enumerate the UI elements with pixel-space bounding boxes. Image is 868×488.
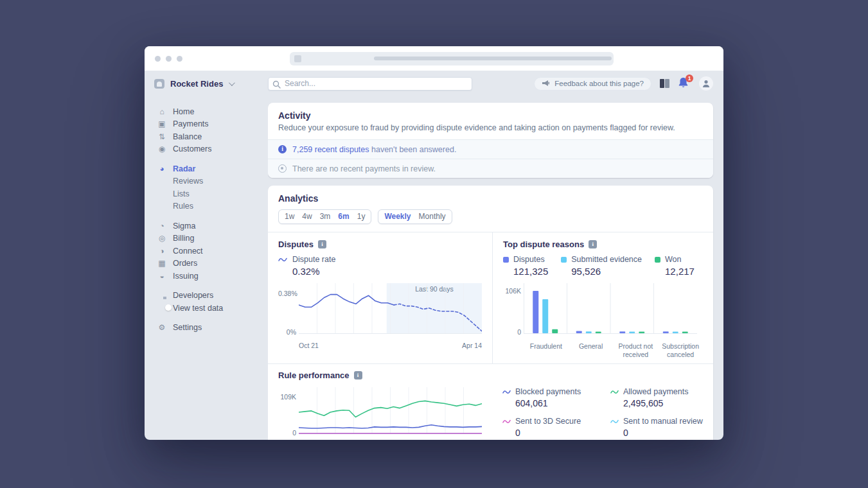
line-legend-icon <box>502 419 511 424</box>
dispute-reasons-chart: 106K 0 FraudulentGeneralProduct not rece… <box>503 283 703 358</box>
line-legend-icon <box>610 419 619 424</box>
toggle-off-icon <box>157 304 173 312</box>
info-icon[interactable]: i <box>354 371 362 379</box>
dispute-rate-label: Dispute rate <box>292 255 335 264</box>
customers-icon: ◉ <box>157 145 166 153</box>
browser-window: Rocket Rides Feedback about this <box>145 46 723 440</box>
interval-option-weekly[interactable]: Weekly <box>380 210 414 223</box>
home-icon: ⌂ <box>157 108 166 116</box>
payments-icon: ▣ <box>157 120 166 128</box>
sidebar-item-billing[interactable]: ◎ Billing <box>157 232 268 245</box>
sigma-icon: ◔ <box>157 222 166 230</box>
sidebar-item-radar[interactable]: ◕ Radar <box>157 162 268 175</box>
activity-title: Activity <box>278 110 703 121</box>
search-input[interactable] <box>268 77 472 91</box>
info-icon[interactable]: i <box>318 240 326 248</box>
account-name: Rocket Rides <box>170 79 223 89</box>
connect-icon: ◑ <box>157 247 166 255</box>
sidebar-item-reviews[interactable]: Reviews <box>157 175 268 188</box>
line-legend-icon <box>610 389 619 395</box>
bar-category-label: General <box>569 342 614 358</box>
range-option-1y[interactable]: 1y <box>353 210 369 223</box>
notifications-button[interactable]: 1 <box>678 77 691 90</box>
interval-option-monthly[interactable]: Monthly <box>415 210 450 223</box>
chevron-down-icon <box>229 80 235 86</box>
stat-sent-to-3d-secure: Sent to 3D Secure 0 <box>502 417 610 438</box>
won-swatch <box>655 257 660 263</box>
topbar: Feedback about this page? 1 <box>268 71 723 96</box>
url-placeholder <box>374 57 612 60</box>
date-range-group: 1w 4w 3m 6m 1y <box>278 209 371 224</box>
review-icon <box>278 164 287 173</box>
recent-disputes-link[interactable]: 7,259 recent disputes <box>292 145 369 154</box>
window-maximize-button[interactable] <box>177 56 182 62</box>
sidebar-item-sigma[interactable]: ◔ Sigma <box>157 220 268 232</box>
line-legend-icon <box>502 389 511 395</box>
sidebar-item-lists[interactable]: Lists <box>157 187 268 200</box>
range-option-3m[interactable]: 3m <box>316 210 335 223</box>
radar-icon: ◕ <box>157 165 166 173</box>
disputes-notice-text: haven't been answered. <box>371 145 456 154</box>
legend-disputes: Disputes 121,325 <box>503 255 548 277</box>
sidebar-item-payments[interactable]: ▣ Payments <box>157 118 268 131</box>
sidebar-item-customers[interactable]: ◉ Customers <box>157 143 268 156</box>
reviews-notice-text: There are no recent payments in review. <box>292 164 436 173</box>
sidebar-item-home[interactable]: ⌂ Home <box>157 105 268 118</box>
notification-badge: 1 <box>686 74 693 82</box>
sidebar-item-connect[interactable]: ◑ Connect <box>157 245 268 257</box>
rule-performance-title: Rule performance <box>278 370 350 380</box>
disputes-panel-title: Disputes <box>278 240 314 249</box>
stat-allowed-payments: Allowed payments 2,495,605 <box>610 387 718 408</box>
analytics-title: Analytics <box>278 193 703 204</box>
desktop-background: Rocket Rides Feedback about this <box>0 0 868 488</box>
range-option-1w[interactable]: 1w <box>281 210 298 223</box>
svg-text:Last 90 days: Last 90 days <box>415 285 454 293</box>
reviews-notice-row: There are no recent payments in review. <box>268 159 713 178</box>
main-content: Activity Reduce your exposure to fraud b… <box>268 96 723 440</box>
line-legend-icon <box>278 257 287 263</box>
orders-icon: ▦ <box>157 259 166 267</box>
disputes-swatch <box>503 257 509 263</box>
won-count: 12,217 <box>665 266 695 277</box>
top-dispute-reasons-panel: Top dispute reasons i Disputes 121,325 S… <box>493 232 713 363</box>
analytics-card: Analytics 1w 4w 3m 6m 1y Weekly <box>268 186 713 440</box>
info-icon[interactable]: i <box>589 240 597 248</box>
docs-icon[interactable] <box>660 79 669 88</box>
bar-category-label: Subscription canceled <box>658 342 703 358</box>
rule-performance-panel: Rule performance i 109K 0 Oct 21 Apr 14 <box>268 364 713 440</box>
disputes-notice-row: i 7,259 recent disputes haven't been ans… <box>268 139 713 159</box>
activity-description: Reduce your exposure to fraud by providi… <box>278 123 703 132</box>
rule-performance-chart: 109K 0 Oct 21 Apr 14 <box>278 387 482 440</box>
sidebar-item-orders[interactable]: ▦ Orders <box>157 257 268 270</box>
stat-blocked-payments: Blocked payments 604,061 <box>502 387 610 408</box>
issuing-icon: ◒ <box>157 272 166 280</box>
sidebar-item-settings[interactable]: ⚙ Settings <box>157 322 268 335</box>
account-switcher[interactable]: Rocket Rides <box>145 71 268 96</box>
window-controls <box>155 56 182 62</box>
activity-card: Activity Reduce your exposure to fraud b… <box>268 103 713 178</box>
disputes-panel: Disputes i Dispute rate 0.32% 0.38% 0% <box>268 232 493 363</box>
dispute-rate-value: 0.32% <box>292 266 482 277</box>
billing-icon: ◎ <box>157 234 166 242</box>
sidebar: ⌂ Home ▣ Payments ⇅ Balance ◉ Customers <box>145 96 268 440</box>
sidebar-item-rules[interactable]: Rules <box>157 200 268 213</box>
account-logo-icon <box>154 79 164 89</box>
megaphone-icon <box>542 80 550 88</box>
reasons-panel-title: Top dispute reasons <box>503 240 584 249</box>
sidebar-item-developers[interactable]: Developers <box>157 290 268 302</box>
sidebar-item-balance[interactable]: ⇅ Balance <box>157 130 268 143</box>
sidebar-item-issuing[interactable]: ◒ Issuing <box>157 270 268 283</box>
range-option-6m[interactable]: 6m <box>334 210 353 223</box>
legend-won: Won 12,217 <box>655 255 695 277</box>
feedback-button[interactable]: Feedback about this page? <box>534 77 651 91</box>
search-icon <box>272 80 281 91</box>
dispute-reasons-bar-chart <box>524 283 697 338</box>
evidence-swatch <box>561 257 567 263</box>
view-test-data-toggle[interactable]: View test data <box>157 302 268 315</box>
user-avatar[interactable] <box>699 76 713 91</box>
window-minimize-button[interactable] <box>166 56 172 62</box>
gear-icon: ⚙ <box>157 324 166 331</box>
address-bar[interactable] <box>290 52 614 65</box>
range-option-4w[interactable]: 4w <box>298 210 315 223</box>
window-close-button[interactable] <box>155 56 161 62</box>
